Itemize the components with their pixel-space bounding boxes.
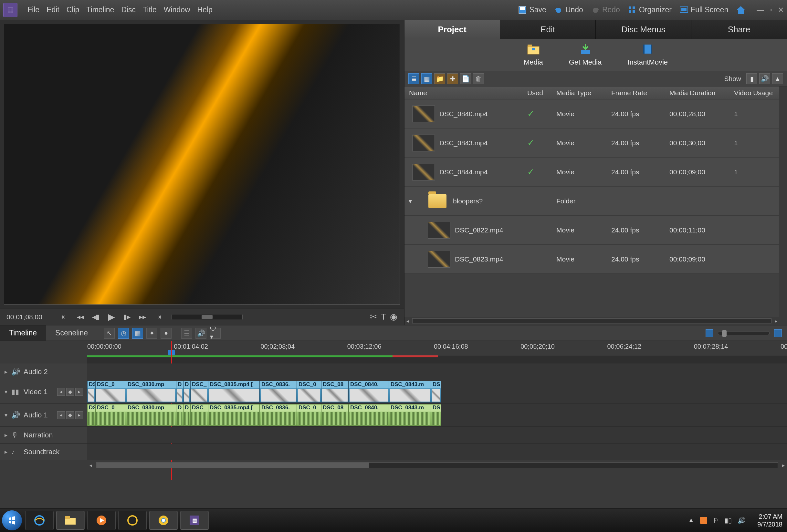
audio-clip[interactable]: DS xyxy=(431,404,441,426)
redo-button[interactable]: Redo xyxy=(587,3,624,17)
video-lane[interactable]: DSDSC_0DSC_0830.mpDDDSC_DSC_0835.mp4 [DS… xyxy=(87,380,787,403)
save-button[interactable]: Save xyxy=(514,3,550,17)
audio-clip[interactable]: DSC_0840. xyxy=(348,404,389,426)
video-clip[interactable]: DS xyxy=(87,381,95,402)
tab-timeline[interactable]: Timeline xyxy=(0,326,46,340)
undo-button[interactable]: Undo xyxy=(550,3,587,17)
media-hscroll[interactable]: ◂▸ xyxy=(404,317,779,325)
menu-help[interactable]: Help xyxy=(194,2,216,18)
video-clip[interactable]: DSC_0836. xyxy=(260,381,297,402)
audio-clip[interactable]: D xyxy=(183,404,190,426)
tab-project[interactable]: Project xyxy=(404,20,500,39)
shuttle-slider[interactable] xyxy=(172,314,242,320)
audio-clip[interactable]: DSC_0 xyxy=(95,404,126,426)
fullscreen-button[interactable]: Full Screen xyxy=(676,3,732,17)
taskbar-clock[interactable]: 2:07 AM 9/7/2018 xyxy=(757,513,783,528)
time-ruler[interactable]: 00;00;00;0000;01;04;0200;02;08;0400;03;1… xyxy=(0,341,787,363)
new-folder-icon[interactable]: 📁 xyxy=(434,73,445,84)
zoom-out-icon[interactable] xyxy=(706,329,713,337)
audio-lane[interactable]: DSDSC_0DSC_0830.mpDDDSC_DSC_0835.mp4 [DS… xyxy=(87,403,787,426)
video-clip[interactable]: D xyxy=(176,381,183,402)
audio-clip[interactable]: DSC_0830.mp xyxy=(126,404,176,426)
tab-share[interactable]: Share xyxy=(692,20,787,39)
step-fwd-button[interactable]: ▮▸ xyxy=(121,311,133,323)
new-item-icon[interactable]: ✚ xyxy=(447,73,458,84)
play-button[interactable]: ▶ xyxy=(106,311,117,323)
grid-view-icon[interactable]: ▦ xyxy=(421,73,432,84)
audio-clip[interactable]: DSC_ xyxy=(190,404,208,426)
col-used[interactable]: Used xyxy=(527,89,556,97)
marker-menu-icon[interactable]: ☰ xyxy=(181,328,192,339)
audio-clip[interactable]: D xyxy=(176,404,183,426)
video-clip[interactable]: DSC_0835.mp4 [ xyxy=(208,381,260,402)
zoom-in-icon[interactable] xyxy=(774,329,782,337)
split-clip-icon[interactable]: ✂ xyxy=(370,312,377,322)
video-clip[interactable]: DSC_0830.mp xyxy=(126,381,176,402)
start-button[interactable] xyxy=(2,510,22,530)
tray-up-icon[interactable]: ▲ xyxy=(688,516,694,524)
goto-out-button[interactable]: ⇥ xyxy=(152,311,164,323)
taskbar-ie[interactable] xyxy=(25,511,54,530)
video-clip[interactable]: DSC_0843.m xyxy=(389,381,431,402)
beat-detect-icon[interactable]: ● xyxy=(161,328,172,339)
menu-file[interactable]: File xyxy=(24,2,43,18)
delete-icon[interactable]: 🗑 xyxy=(473,73,484,84)
freeze-frame-icon[interactable]: ◉ xyxy=(390,312,397,322)
pointer-tool-icon[interactable]: ↖ xyxy=(104,328,115,339)
prev-clip-icon[interactable]: ◂ xyxy=(57,388,65,396)
filter-video-icon[interactable]: ▮ xyxy=(746,73,757,84)
home-button[interactable] xyxy=(732,3,749,17)
tab-disc-menus[interactable]: Disc Menus xyxy=(596,20,692,39)
filter-audio-icon[interactable]: 🔊 xyxy=(759,73,770,84)
taskbar-explorer[interactable] xyxy=(56,511,85,530)
audio-clip[interactable]: DSC_0835.mp4 [ xyxy=(208,404,260,426)
audio-clip[interactable]: DSC_0 xyxy=(297,404,321,426)
tray-network-icon[interactable]: ▮▯ xyxy=(725,516,732,524)
menu-timeline[interactable]: Timeline xyxy=(83,2,118,18)
audio-clip[interactable]: DSC_0843.m xyxy=(389,404,431,426)
smart-trim-icon[interactable]: ✦ xyxy=(146,328,157,339)
video-clip[interactable]: DSC_0840. xyxy=(348,381,389,402)
prev-clip-icon[interactable]: ◂ xyxy=(57,411,65,419)
media-row[interactable]: DSC_0844.mp4 ✓ Movie 24.00 fps 00;00;09;… xyxy=(404,157,779,186)
instantmovie-button[interactable]: InstantMovie xyxy=(628,43,668,66)
rewind-button[interactable]: ◂◂ xyxy=(75,311,86,323)
monitor-video[interactable] xyxy=(4,24,400,305)
video-clip[interactable]: DSC_0 xyxy=(95,381,126,402)
media-row-folder[interactable]: ▾bloopers? Folder xyxy=(404,186,779,216)
next-clip-icon[interactable]: ▸ xyxy=(75,411,83,419)
video-clip[interactable]: DSC_ xyxy=(190,381,208,402)
taskbar-app-circle[interactable] xyxy=(118,511,147,530)
next-clip-icon[interactable]: ▸ xyxy=(75,388,83,396)
list-view-icon[interactable]: ≣ xyxy=(408,73,419,84)
close-button[interactable]: ✕ xyxy=(778,6,784,14)
video-clip[interactable]: DS xyxy=(431,381,441,402)
tray-volume-icon[interactable]: 🔊 xyxy=(738,516,746,524)
minimize-button[interactable]: — xyxy=(757,6,764,14)
menu-clip[interactable]: Clip xyxy=(63,2,83,18)
media-vscroll[interactable] xyxy=(779,87,787,325)
zoom-slider[interactable] xyxy=(718,331,769,335)
time-stretch-icon[interactable]: ◷ xyxy=(118,328,129,339)
menu-disc[interactable]: Disc xyxy=(118,2,139,18)
monitor-timecode[interactable]: 00;01;08;00 xyxy=(6,313,42,321)
col-dur[interactable]: Media Duration xyxy=(669,89,734,97)
menu-title[interactable]: Title xyxy=(139,2,160,18)
media-row[interactable]: DSC_0822.mp4 Movie 24.00 fps 00;00;11;00 xyxy=(404,216,779,245)
add-title-icon[interactable]: T xyxy=(381,312,386,322)
audio-clip[interactable]: DSC_08 xyxy=(321,404,348,426)
media-row[interactable]: DSC_0840.mp4 ✓ Movie 24.00 fps 00;00;28;… xyxy=(404,99,779,129)
taskbar-premiere-elements[interactable]: ▦ xyxy=(180,511,209,530)
properties-icon[interactable]: 📄 xyxy=(460,73,471,84)
step-back-button[interactable]: ◂▮ xyxy=(90,311,102,323)
video-clip[interactable]: D xyxy=(183,381,190,402)
video-clip[interactable]: DSC_0 xyxy=(297,381,321,402)
expand-arrow-icon[interactable]: ▾ xyxy=(406,197,414,205)
col-fps[interactable]: Frame Rate xyxy=(611,89,669,97)
col-name[interactable]: Name xyxy=(404,89,527,97)
tab-edit[interactable]: Edit xyxy=(500,20,596,39)
marker-dropdown-icon[interactable]: 🛡 ▾ xyxy=(210,328,221,339)
menu-edit[interactable]: Edit xyxy=(43,2,63,18)
media-row[interactable]: DSC_0823.mp4 Movie 24.00 fps 00;00;09;00 xyxy=(404,245,779,274)
organizer-button[interactable]: Organizer xyxy=(624,3,676,17)
